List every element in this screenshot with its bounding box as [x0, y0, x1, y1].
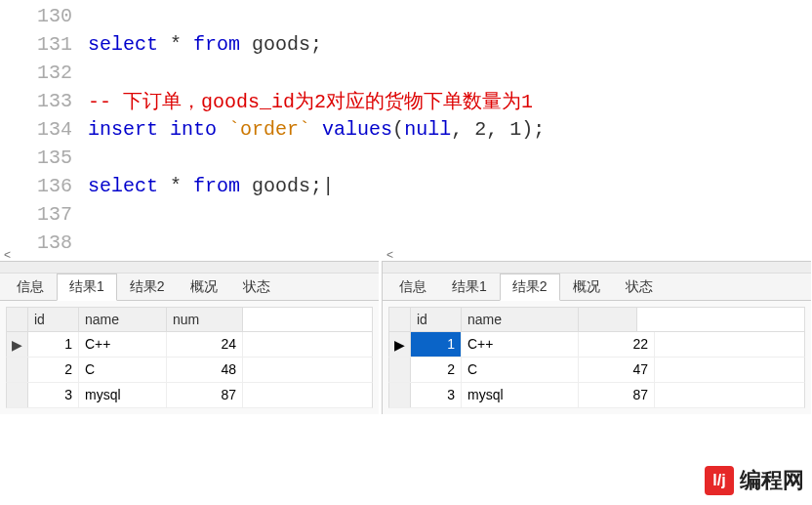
code-content[interactable]: -- 下订单，goods_id为2对应的货物下单数量为1 — [88, 88, 533, 114]
row-selector[interactable] — [7, 358, 28, 382]
table-row[interactable]: 3mysql87 — [6, 383, 373, 408]
row-selector-header — [7, 308, 28, 331]
cell-name[interactable]: C — [79, 358, 167, 382]
tab-info[interactable]: 信息 — [4, 274, 57, 300]
tab-info[interactable]: 信息 — [386, 274, 439, 300]
row-selector[interactable] — [389, 358, 411, 382]
code-line[interactable]: 132 — [0, 59, 812, 87]
result-panels: < 信息 结果1 结果2 概况 状态 id name num ▶1C++242C… — [0, 261, 812, 414]
split-handle[interactable]: < — [383, 262, 811, 274]
table-row[interactable]: ▶1C++22 — [388, 332, 805, 358]
col-num[interactable]: num — [167, 308, 243, 331]
col-name[interactable]: name — [462, 308, 579, 331]
split-handle[interactable]: < — [0, 262, 379, 274]
watermark-text: 编程网 — [740, 466, 804, 495]
tab-status[interactable]: 状态 — [613, 274, 666, 300]
table-row[interactable]: 2C48 — [6, 358, 373, 383]
line-number: 137 — [0, 203, 88, 226]
cell-num[interactable]: 48 — [167, 358, 243, 382]
line-number: 132 — [0, 62, 88, 84]
table-row[interactable]: ▶1C++24 — [6, 332, 373, 358]
code-line[interactable]: 135 — [0, 144, 812, 172]
cell-num[interactable]: 47 — [579, 358, 655, 382]
cell-num[interactable]: 22 — [579, 332, 655, 357]
code-content[interactable]: select * from goods;| — [88, 175, 334, 197]
row-selector[interactable] — [7, 383, 28, 407]
code-content[interactable]: select * from goods; — [88, 33, 322, 56]
code-content[interactable]: insert into `order` values(null, 2, 1); — [88, 118, 545, 141]
code-line[interactable]: 130 — [0, 2, 812, 30]
tab-result2[interactable]: 结果2 — [117, 274, 178, 300]
table-row[interactable]: 2C47 — [388, 358, 805, 383]
cell-num[interactable]: 87 — [167, 383, 243, 407]
code-line[interactable]: 137 — [0, 200, 812, 229]
row-selector[interactable]: ▶ — [389, 332, 411, 357]
cell-id[interactable]: 1 — [411, 332, 462, 357]
tab-result2[interactable]: 结果2 — [500, 274, 560, 301]
code-line[interactable]: 133-- 下订单，goods_id为2对应的货物下单数量为1 — [0, 87, 812, 115]
code-line[interactable]: 136select * from goods;| — [0, 172, 812, 200]
table-row[interactable]: 3mysql87 — [388, 383, 805, 408]
code-editor[interactable]: 130131select * from goods;132133-- 下订单，g… — [0, 0, 812, 257]
cell-num[interactable]: 24 — [167, 332, 243, 357]
cell-id[interactable]: 2 — [411, 358, 462, 382]
scroll-left-icon[interactable]: < — [4, 248, 11, 262]
tabs-panel-2: 信息 结果1 结果2 概况 状态 — [383, 274, 811, 301]
tab-result1[interactable]: 结果1 — [439, 274, 500, 300]
line-number: 136 — [0, 175, 88, 197]
scroll-left-icon[interactable]: < — [386, 248, 393, 262]
tab-profile[interactable]: 概况 — [560, 274, 613, 300]
result-panel-2: < 信息 结果1 结果2 概况 状态 id name ▶1C++222C473m… — [382, 261, 811, 414]
cell-name[interactable]: C++ — [79, 332, 167, 357]
tab-profile[interactable]: 概况 — [178, 274, 230, 300]
cell-name[interactable]: mysql — [462, 383, 579, 407]
row-selector-header — [389, 308, 411, 331]
line-number: 131 — [0, 33, 88, 56]
col-name[interactable]: name — [79, 308, 167, 331]
cell-id[interactable]: 1 — [28, 332, 79, 357]
result-panel-1: < 信息 结果1 结果2 概况 状态 id name num ▶1C++242C… — [0, 261, 379, 414]
cell-id[interactable]: 3 — [28, 383, 79, 407]
watermark: l/j 编程网 — [705, 466, 804, 495]
grid-header: id name — [388, 307, 805, 332]
tabs-panel-1: 信息 结果1 结果2 概况 状态 — [0, 274, 379, 301]
watermark-logo-icon: l/j — [705, 466, 734, 495]
cell-name[interactable]: mysql — [79, 383, 167, 407]
row-selector[interactable]: ▶ — [7, 332, 28, 357]
col-id[interactable]: id — [411, 308, 462, 331]
line-number: 133 — [0, 90, 88, 112]
cell-name[interactable]: C — [462, 358, 579, 382]
cell-num[interactable]: 87 — [579, 383, 655, 407]
row-selector[interactable] — [389, 383, 411, 407]
cell-id[interactable]: 2 — [28, 358, 79, 382]
tab-status[interactable]: 状态 — [230, 274, 283, 300]
line-number: 135 — [0, 147, 88, 169]
code-line[interactable]: 131select * from goods; — [0, 30, 812, 59]
line-number: 138 — [0, 231, 88, 254]
cell-name[interactable]: C++ — [462, 332, 579, 357]
result-grid-2[interactable]: id name ▶1C++222C473mysql87 — [388, 307, 805, 408]
col-id[interactable]: id — [28, 308, 79, 331]
tab-result1[interactable]: 结果1 — [57, 274, 117, 301]
line-number: 130 — [0, 5, 88, 27]
code-line[interactable]: 138 — [0, 229, 812, 257]
cell-id[interactable]: 3 — [411, 383, 462, 407]
line-number: 134 — [0, 118, 88, 141]
code-line[interactable]: 134insert into `order` values(null, 2, 1… — [0, 115, 812, 144]
col-num[interactable] — [579, 308, 637, 331]
grid-header: id name num — [6, 307, 373, 332]
result-grid-1[interactable]: id name num ▶1C++242C483mysql87 — [6, 307, 373, 408]
